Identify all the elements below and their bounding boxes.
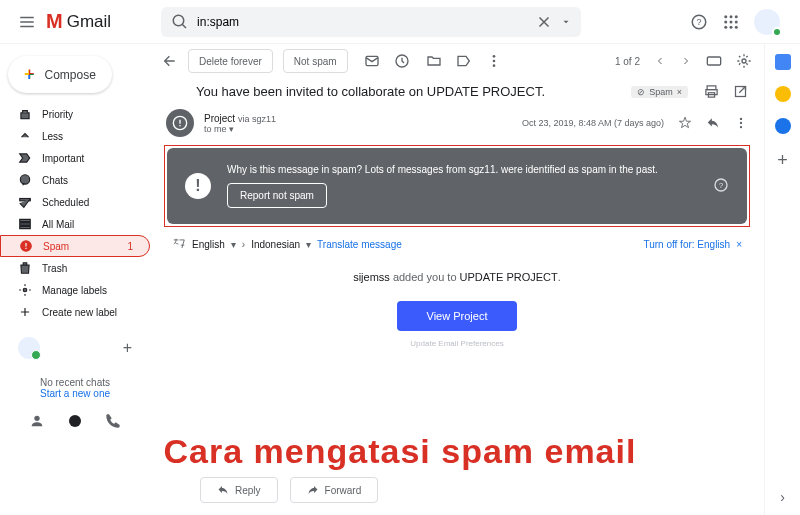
- translate-to[interactable]: Indonesian: [251, 239, 300, 250]
- chat-avatar[interactable]: [18, 337, 40, 359]
- keyboard-icon[interactable]: [706, 53, 722, 69]
- sidebar-item-priority[interactable]: Priority: [0, 103, 150, 125]
- gmail-logo[interactable]: M Gmail: [46, 10, 111, 33]
- message-toolbar: Delete forever Not spam 1 of 2: [150, 44, 764, 78]
- print-icon[interactable]: [704, 84, 719, 99]
- collapse-panel-icon[interactable]: ›: [780, 489, 785, 505]
- delete-forever-button[interactable]: Delete forever: [188, 49, 273, 73]
- not-spam-button[interactable]: Not spam: [283, 49, 348, 73]
- clear-search-icon[interactable]: [535, 13, 553, 31]
- warning-icon: !: [185, 173, 211, 199]
- mark-unread-icon[interactable]: [364, 53, 380, 69]
- hangouts-icon[interactable]: [67, 413, 83, 429]
- translate-icon: [172, 237, 186, 251]
- translate-from[interactable]: English: [192, 239, 225, 250]
- start-chat-link[interactable]: Start a new one: [40, 388, 110, 399]
- sidebar-item-trash[interactable]: Trash: [0, 257, 150, 279]
- sender-avatar: [166, 109, 194, 137]
- apps-icon[interactable]: [722, 13, 740, 31]
- svg-point-18: [69, 415, 81, 427]
- email-date: Oct 23, 2019, 8:48 AM (7 days ago): [522, 118, 664, 128]
- sender-to[interactable]: to me: [204, 124, 227, 134]
- sidebar-item-spam[interactable]: Spam1: [0, 235, 150, 257]
- svg-point-8: [735, 20, 738, 23]
- svg-text:?: ?: [719, 181, 724, 190]
- spam-why-text: Why is this message in spam?: [227, 164, 362, 175]
- calendar-addon-icon[interactable]: [775, 54, 791, 70]
- svg-point-25: [742, 59, 746, 63]
- more-icon[interactable]: [486, 53, 502, 69]
- svg-point-0: [173, 15, 184, 26]
- translate-link[interactable]: Translate message: [317, 239, 402, 250]
- sidebar-item-less[interactable]: Less: [0, 125, 150, 147]
- spam-help-icon[interactable]: ?: [713, 177, 729, 193]
- sidebar-item-create-new-label[interactable]: Create new label: [0, 301, 150, 323]
- reply-button[interactable]: Reply: [200, 477, 278, 503]
- compose-label: Compose: [45, 68, 96, 82]
- sidebar-label: Important: [42, 153, 84, 164]
- open-new-icon[interactable]: [733, 84, 748, 99]
- invite-text: sijemss added you to UPDATE PROJECT.: [150, 271, 764, 283]
- gmail-m-icon: M: [46, 10, 63, 33]
- svg-point-32: [740, 122, 742, 124]
- sidebar-item-scheduled[interactable]: Scheduled: [0, 191, 150, 213]
- overlay-caption: Cara mengatasi spam email: [0, 432, 800, 471]
- tasks-addon-icon[interactable]: [775, 118, 791, 134]
- report-not-spam-button[interactable]: Report not spam: [227, 183, 327, 208]
- keep-addon-icon[interactable]: [775, 86, 791, 102]
- email-pref-link[interactable]: Update Email Preferences: [150, 339, 764, 348]
- snooze-icon[interactable]: [394, 53, 410, 69]
- hamburger-icon[interactable]: [18, 13, 36, 31]
- svg-point-9: [724, 25, 727, 28]
- sidebar-label: Spam: [43, 241, 69, 252]
- svg-text:?: ?: [696, 17, 701, 27]
- search-input[interactable]: [189, 15, 535, 29]
- sidebar-item-all-mail[interactable]: All Mail: [0, 213, 150, 235]
- sender-via: via sgz11: [238, 114, 276, 124]
- prev-icon[interactable]: [654, 53, 666, 69]
- sender-name: Project: [204, 113, 235, 124]
- sidebar-item-chats[interactable]: Chats: [0, 169, 150, 191]
- svg-point-17: [34, 416, 39, 421]
- label-icon[interactable]: [456, 53, 472, 69]
- next-icon[interactable]: [680, 53, 692, 69]
- svg-point-13: [20, 175, 29, 184]
- addon-plus-icon[interactable]: +: [777, 150, 788, 171]
- sidebar-label: Scheduled: [42, 197, 89, 208]
- svg-point-16: [23, 288, 27, 292]
- translate-close-icon[interactable]: ×: [736, 239, 742, 250]
- svg-rect-24: [707, 57, 720, 65]
- more-vert-icon[interactable]: [734, 116, 748, 130]
- svg-point-10: [730, 25, 733, 28]
- sidebar-item-manage-labels[interactable]: Manage labels: [0, 279, 150, 301]
- forward-button[interactable]: Forward: [290, 477, 379, 503]
- chat-add-icon[interactable]: +: [123, 339, 132, 357]
- search-dropdown-icon[interactable]: [561, 13, 571, 31]
- search-icon[interactable]: [171, 13, 189, 31]
- reply-icon[interactable]: [706, 116, 720, 130]
- sidebar-label: Less: [42, 131, 63, 142]
- email-subject: You have been invited to collaborate on …: [196, 84, 545, 99]
- svg-point-3: [724, 15, 727, 18]
- star-icon[interactable]: [678, 116, 692, 130]
- account-avatar[interactable]: [754, 9, 780, 35]
- translate-turnoff[interactable]: Turn off for: English: [643, 239, 730, 250]
- sidebar-item-important[interactable]: Important: [0, 147, 150, 169]
- svg-point-7: [730, 20, 733, 23]
- compose-button[interactable]: + Compose: [8, 56, 112, 93]
- back-icon[interactable]: [162, 53, 178, 69]
- spam-label-chip[interactable]: ⊘ Spam ×: [631, 86, 688, 98]
- brand-text: Gmail: [67, 12, 111, 32]
- svg-point-33: [740, 126, 742, 128]
- view-project-button[interactable]: View Project: [397, 301, 518, 331]
- translate-bar: English ▾ › Indonesian ▾ Translate messa…: [150, 231, 764, 257]
- move-icon[interactable]: [426, 53, 442, 69]
- svg-point-21: [492, 55, 495, 58]
- person-icon[interactable]: [29, 413, 45, 429]
- compose-plus-icon: +: [24, 64, 35, 85]
- phone-icon[interactable]: [105, 413, 121, 429]
- settings-icon[interactable]: [736, 53, 752, 69]
- help-icon[interactable]: ?: [690, 13, 708, 31]
- sidebar-label: Priority: [42, 109, 73, 120]
- search-box[interactable]: [161, 7, 581, 37]
